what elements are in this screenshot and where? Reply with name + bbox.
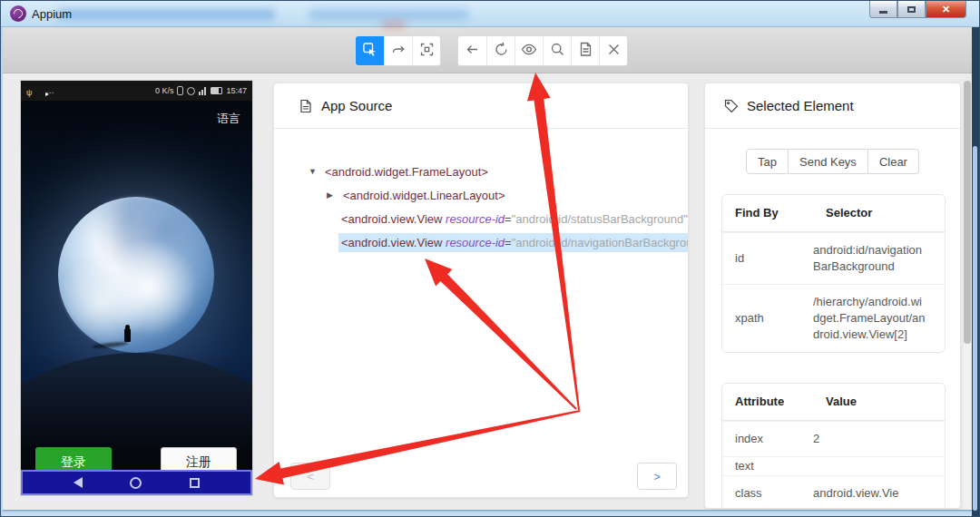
android-home-icon[interactable] bbox=[130, 477, 142, 489]
window-scrollbar-thumb[interactable] bbox=[973, 146, 977, 511]
session-button-group bbox=[457, 35, 628, 66]
source-icon bbox=[578, 42, 593, 61]
find-by-table: Find BySelectoridandroid:id/navigationBa… bbox=[721, 194, 946, 353]
source-button[interactable] bbox=[571, 36, 599, 65]
panel-title: Selected Element bbox=[747, 98, 854, 113]
table-header-row: AttributeValue bbox=[722, 384, 945, 421]
row-label: xpath bbox=[722, 285, 813, 352]
selected-element-panel: Selected Element TapSend KeysClear Find … bbox=[704, 83, 961, 509]
window-border-bottom bbox=[1, 510, 979, 516]
row-value: 2 bbox=[813, 422, 935, 456]
search-button[interactable] bbox=[543, 36, 571, 65]
background-blur bbox=[57, 9, 275, 20]
column-header: Find By bbox=[722, 195, 813, 231]
expand-screenshot-button[interactable] bbox=[412, 36, 440, 65]
alarm-icon bbox=[187, 87, 195, 95]
panel-scrollbar[interactable] bbox=[964, 81, 971, 511]
login-button[interactable]: 登录 bbox=[35, 447, 112, 470]
row-value bbox=[813, 457, 935, 475]
minimize-button[interactable] bbox=[869, 1, 897, 18]
file-text-icon bbox=[299, 99, 313, 113]
table-header-row: Find BySelector bbox=[722, 195, 945, 232]
tap-button[interactable]: Tap bbox=[746, 149, 789, 174]
status-left-icons: ψ⋯ bbox=[26, 83, 54, 99]
android-recents-icon[interactable] bbox=[190, 478, 200, 488]
background-blur bbox=[382, 21, 406, 28]
swipe-button[interactable] bbox=[384, 36, 412, 65]
column-header: Attribute bbox=[722, 384, 813, 420]
window-title: Appium bbox=[32, 7, 72, 21]
caret-right-icon[interactable]: ▶ bbox=[327, 190, 338, 200]
back-button[interactable] bbox=[458, 36, 486, 65]
language-link[interactable]: 语言 bbox=[217, 111, 240, 127]
appium-window: Appium ✕ ψ⋯ 0 K/s 15:47 语言 bbox=[0, 0, 980, 517]
table-row: index2 bbox=[722, 421, 945, 456]
quit-session-button[interactable] bbox=[599, 36, 627, 65]
net-speed: 0 K/s bbox=[155, 86, 174, 95]
clear-button[interactable]: Clear bbox=[868, 149, 919, 174]
window-scrollbar[interactable] bbox=[972, 27, 979, 517]
column-header: Selector bbox=[813, 195, 935, 231]
scrollbar-thumb[interactable] bbox=[964, 81, 971, 344]
table-row: xpath/hierarchy/android.widget.FrameLayo… bbox=[722, 284, 945, 352]
table-row: idandroid:id/navigationBarBackground bbox=[722, 232, 945, 284]
status-right: 0 K/s 15:47 bbox=[155, 86, 247, 95]
mode-button-group bbox=[355, 35, 441, 66]
back-page-button[interactable]: < bbox=[290, 463, 330, 490]
quit-session-icon bbox=[606, 42, 622, 61]
xml-node-text: <android.widget.LinearLayout> bbox=[343, 189, 505, 202]
phone-navigation-bar[interactable] bbox=[21, 470, 252, 495]
more-dots: ⋯ bbox=[45, 83, 54, 99]
window-controls: ✕ bbox=[869, 1, 966, 18]
select-element-button[interactable] bbox=[356, 36, 384, 65]
close-button[interactable]: ✕ bbox=[926, 1, 966, 18]
tree-row-selected[interactable]: <android.view.View resource-id="android:… bbox=[274, 230, 688, 254]
clock-text: 15:47 bbox=[226, 86, 247, 95]
appium-logo-icon bbox=[10, 5, 26, 22]
xml-node-text: <android.widget.FrameLayout> bbox=[325, 165, 488, 179]
xml-node-text: <android.view.View resource-id="android:… bbox=[341, 212, 688, 226]
expand-screenshot-icon bbox=[419, 42, 435, 61]
tree-row[interactable]: ▶<android.widget.LinearLayout> bbox=[274, 183, 688, 207]
send-keys-button[interactable]: Send Keys bbox=[789, 149, 868, 174]
table-row: classandroid.view.Vie bbox=[722, 475, 945, 509]
element-actions: TapSend KeysClear bbox=[705, 149, 960, 174]
selected-element-header: Selected Element bbox=[705, 83, 960, 129]
tag-icon bbox=[724, 99, 739, 113]
app-source-panel: App Source ▼<android.widget.FrameLayout>… bbox=[273, 83, 689, 498]
row-value: /hierarchy/android.widget.FrameLayout/an… bbox=[813, 285, 935, 352]
chevron-right-icon: > bbox=[653, 470, 661, 483]
refresh-button[interactable] bbox=[486, 36, 514, 65]
device-screenshot[interactable]: ψ⋯ 0 K/s 15:47 语言 登录 注册 bbox=[21, 81, 252, 495]
row-label: class bbox=[722, 476, 813, 509]
android-back-icon[interactable] bbox=[74, 477, 83, 488]
tree-row[interactable]: <android.view.View resource-id="android:… bbox=[274, 207, 688, 230]
maximize-button[interactable] bbox=[897, 1, 926, 18]
close-icon: ✕ bbox=[942, 4, 950, 15]
background-blur bbox=[309, 9, 468, 20]
back-icon bbox=[465, 42, 480, 61]
panel-title: App Source bbox=[321, 98, 392, 113]
chevron-left-icon: < bbox=[307, 470, 314, 483]
xml-node-text: <android.view.View resource-id="android:… bbox=[341, 236, 688, 249]
window-border-left bbox=[1, 27, 3, 517]
row-value: android:id/navigationBarBackground bbox=[813, 233, 935, 284]
search-icon bbox=[550, 42, 565, 61]
inspector-toolbar bbox=[1, 27, 979, 73]
eye-button[interactable] bbox=[514, 36, 543, 65]
minimize-icon bbox=[879, 11, 887, 14]
row-label: text bbox=[722, 457, 813, 475]
select-element-icon bbox=[362, 42, 377, 61]
caret-down-icon[interactable]: ▼ bbox=[309, 167, 319, 176]
tree-row[interactable]: ▼<android.widget.FrameLayout> bbox=[274, 160, 688, 183]
table-row: text bbox=[722, 456, 945, 475]
usb-icon: ψ bbox=[26, 83, 32, 99]
forward-page-button[interactable]: > bbox=[637, 463, 677, 490]
register-button[interactable]: 注册 bbox=[161, 447, 237, 470]
row-label: index bbox=[722, 422, 813, 456]
app-source-header: App Source bbox=[274, 83, 688, 129]
battery-icon bbox=[211, 87, 222, 94]
source-tree: ▼<android.widget.FrameLayout>▶<android.w… bbox=[274, 160, 688, 254]
vibrate-icon bbox=[177, 86, 183, 95]
phone-status-bar: ψ⋯ 0 K/s 15:47 bbox=[21, 81, 252, 101]
